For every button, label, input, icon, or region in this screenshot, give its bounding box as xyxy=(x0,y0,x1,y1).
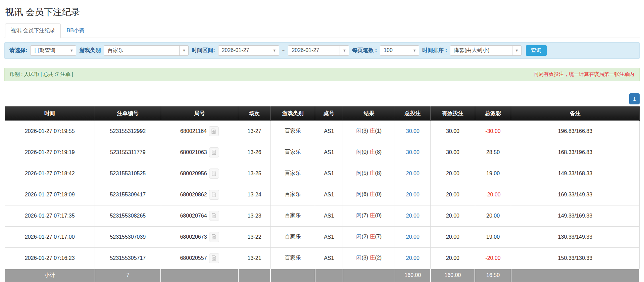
page-1-button[interactable]: 1 xyxy=(629,93,640,104)
total-bet-link[interactable]: 20.00 xyxy=(406,255,419,261)
total-bet-cell: 20.00 xyxy=(395,205,431,226)
valid-bet-cell: 20.00 xyxy=(431,184,475,205)
player-score: (0) xyxy=(362,149,368,155)
table-no-cell: AS1 xyxy=(315,121,343,142)
query-mode-value: 日期查询 xyxy=(31,47,67,54)
session-cell: 13-26 xyxy=(238,142,270,163)
player-result: 闲 xyxy=(356,213,362,218)
session-cell: 13-25 xyxy=(238,163,270,184)
player-score: (6) xyxy=(362,191,368,197)
result-cell: 闲(5) 庄(8) xyxy=(343,163,395,184)
bet-id-cell: 523155312992 xyxy=(95,121,161,142)
round-id-cell: 680020673 xyxy=(161,226,238,247)
total-bet-link[interactable]: 20.00 xyxy=(406,213,419,219)
search-button[interactable]: 查询 xyxy=(526,45,547,56)
date-to-value: 2026-01-27 xyxy=(288,47,340,53)
time-cell: 2026-01-27 07:18:42 xyxy=(5,163,95,184)
video-file-icon xyxy=(211,171,217,176)
time-sort-value: 降冪(由大到小) xyxy=(450,47,512,54)
round-id-text: 680020557 xyxy=(180,255,207,261)
bet-id-cell: 523155311779 xyxy=(95,142,161,163)
table-no-cell: AS1 xyxy=(315,142,343,163)
remark-cell: 196.83/166.83 xyxy=(511,121,639,142)
header-round-id: 局号 xyxy=(161,106,238,121)
tab-bb-tips[interactable]: BB小费 xyxy=(61,23,90,38)
query-mode-label: 请选择: xyxy=(9,47,27,54)
result-cell: 闲(2) 庄(7) xyxy=(343,226,395,247)
header-remark: 备注 xyxy=(511,106,639,121)
result-cell: 闲(7) 庄(0) xyxy=(343,205,395,226)
tab-bar: 视讯 会员下注纪录 BB小费 xyxy=(4,23,640,38)
video-replay-button[interactable] xyxy=(209,211,219,221)
video-replay-button[interactable] xyxy=(209,169,219,179)
bet-id-cell: 523155305717 xyxy=(95,247,161,269)
round-id-cell: 680021164 xyxy=(161,121,238,142)
time-sort-select[interactable]: 降冪(由大到小) ▼ xyxy=(450,45,522,56)
result-cell: 闲(0) 庄(8) xyxy=(343,142,395,163)
session-cell: 13-27 xyxy=(238,121,270,142)
video-replay-button[interactable] xyxy=(209,232,219,242)
query-mode-select[interactable]: 日期查询 ▼ xyxy=(30,45,76,56)
table-row: 2026-01-27 07:16:23 523155305717 6800205… xyxy=(5,247,639,269)
player-score: (5) xyxy=(362,170,368,176)
player-result: 闲 xyxy=(356,234,362,239)
remark-cell: 150.33/130.33 xyxy=(511,247,639,269)
video-replay-button[interactable] xyxy=(209,253,219,263)
total-bet-link[interactable]: 20.00 xyxy=(406,234,419,240)
total-bet-link[interactable]: 20.00 xyxy=(406,171,419,176)
session-cell: 13-23 xyxy=(238,205,270,226)
player-score: (7) xyxy=(362,213,368,218)
round-id-cell: 680020956 xyxy=(161,163,238,184)
time-range-label: 时间区间: xyxy=(192,47,215,54)
result-cell: 闲(3) 庄(2) xyxy=(343,247,395,269)
session-cell: 13-21 xyxy=(238,247,270,269)
round-id-cell: 680020764 xyxy=(161,205,238,226)
payout-cell: 19.00 xyxy=(475,163,511,184)
video-replay-button[interactable] xyxy=(209,190,219,200)
round-id-text: 680020764 xyxy=(180,213,207,219)
result-cell: 闲(3) 庄(1) xyxy=(343,121,395,142)
game-type-select[interactable]: 百家乐 ▼ xyxy=(104,45,189,56)
game-type-value: 百家乐 xyxy=(104,47,179,54)
time-cell: 2026-01-27 07:17:00 xyxy=(5,226,95,247)
game-type-cell: 百家乐 xyxy=(270,163,315,184)
remark-cell: 169.33/149.33 xyxy=(511,184,639,205)
time-sort-label: 时间排序 : xyxy=(422,47,447,54)
page-size-select[interactable]: 100 ▼ xyxy=(380,45,419,56)
payout-cell: -20.00 xyxy=(475,184,511,205)
page-size-value: 100 xyxy=(380,47,410,53)
total-bet-link[interactable]: 30.00 xyxy=(406,128,419,134)
valid-bet-cell: 20.00 xyxy=(431,247,475,269)
bet-id-cell: 523155309417 xyxy=(95,184,161,205)
banker-result: 庄 xyxy=(370,255,375,261)
table-row: 2026-01-27 07:19:19 523155311779 6800210… xyxy=(5,142,639,163)
page-title: 视讯 会员下注纪录 xyxy=(5,6,640,18)
round-id-text: 680020673 xyxy=(180,234,207,240)
game-type-cell: 百家乐 xyxy=(270,184,315,205)
round-id-text: 680020956 xyxy=(180,171,207,177)
banker-score: (8) xyxy=(375,149,382,155)
table-no-cell: AS1 xyxy=(315,226,343,247)
bet-id-cell: 523155307039 xyxy=(95,226,161,247)
video-replay-button[interactable] xyxy=(209,126,219,136)
page-size-label: 每页笔数 : xyxy=(352,47,377,54)
video-replay-button[interactable] xyxy=(209,147,219,157)
tab-video-bet-records[interactable]: 视讯 会员下注纪录 xyxy=(5,23,61,38)
bet-id-cell: 523155308265 xyxy=(95,205,161,226)
video-file-icon xyxy=(211,128,216,134)
player-result: 闲 xyxy=(356,149,362,155)
header-payout: 总派彩 xyxy=(475,106,511,121)
session-cell: 13-22 xyxy=(238,226,270,247)
bet-id-cell: 523155310525 xyxy=(95,163,161,184)
banker-score: (7) xyxy=(375,234,382,239)
date-to-select[interactable]: 2026-01-27 ▼ xyxy=(288,45,349,56)
currency-total-text: 币别 : 人民币 | 总共 :7 注单 | xyxy=(10,71,73,78)
date-from-select[interactable]: 2026-01-27 ▼ xyxy=(218,45,279,56)
payout-cell: 19.00 xyxy=(475,226,511,247)
game-type-cell: 百家乐 xyxy=(270,205,315,226)
total-bet-link[interactable]: 20.00 xyxy=(406,192,419,197)
summary-valid-bet-cell: 160.00 xyxy=(431,269,475,282)
total-bet-link[interactable]: 30.00 xyxy=(406,149,419,155)
header-result: 结果 xyxy=(343,106,395,121)
table-no-cell: AS1 xyxy=(315,163,343,184)
